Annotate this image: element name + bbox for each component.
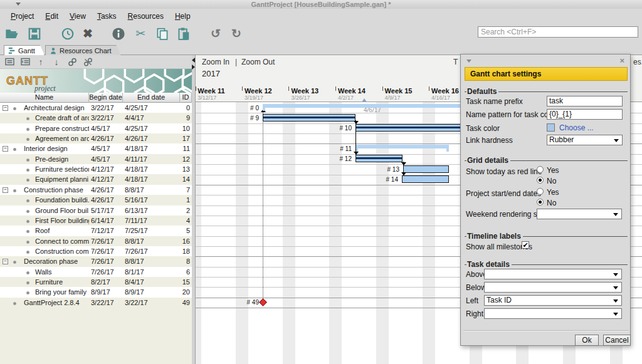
left-dropdown[interactable]: Task ID [484, 295, 622, 306]
table-row[interactable]: Furniture selection4/12/174/18/1713 [0, 164, 192, 175]
ok-button[interactable]: Ok [575, 335, 599, 346]
cut-icon[interactable]: ✂ [132, 26, 149, 42]
table-row[interactable]: Architectural design3/22/174/25/170 [0, 103, 192, 113]
week-label: Week 13 [291, 87, 318, 95]
below-dropdown[interactable] [484, 282, 622, 293]
gantt-bar-task[interactable] [263, 114, 355, 122]
menu-help[interactable]: Help [169, 10, 196, 23]
table-row[interactable]: Interior design4/5/174/18/1711 [0, 143, 192, 154]
gantt-bar-summary[interactable] [263, 104, 492, 108]
name-pattern-for-task-copies-input[interactable]: {0}_{1} [547, 109, 623, 120]
project-start-end-dates-radio-yes[interactable] [537, 188, 544, 195]
table-row[interactable]: Walls7/26/178/1/176 [0, 267, 192, 278]
move-down-icon[interactable]: ↓ [51, 57, 62, 67]
menu-resources[interactable]: Resources [122, 10, 169, 23]
dialog-close-icon[interactable]: × [619, 56, 624, 65]
zoom-in-link[interactable]: Zoom In [202, 58, 229, 66]
collapse-right-icon[interactable] [192, 65, 195, 70]
expander-icon[interactable] [3, 105, 8, 111]
paste-icon[interactable] [176, 26, 192, 42]
table-row[interactable]: Construction com...7/26/177/26/1718 [0, 246, 192, 257]
table-row[interactable]: First Floor building6/14/177/11/174 [0, 216, 192, 226]
save-project-icon[interactable] [26, 26, 43, 42]
show-today-as-red-line-radio-no[interactable] [537, 177, 544, 184]
show-all-milestones-checkbox[interactable] [522, 241, 529, 249]
window-titlebar[interactable]: GanttProject [HouseBuildingSample.gan] * [0, 0, 642, 9]
task-name-prefix-input[interactable]: task [547, 96, 623, 107]
task-properties-icon[interactable] [110, 26, 127, 42]
above-dropdown[interactable] [484, 269, 622, 279]
expander-icon[interactable] [3, 259, 8, 264]
task-name-cell: Furniture selection [35, 165, 89, 173]
column-header-end-date[interactable]: End date [123, 93, 180, 103]
table-row[interactable]: Pre-design4/5/174/11/1712 [0, 154, 192, 165]
table-row[interactable]: GanttProject 2.8.43/22/173/22/1749 [0, 298, 192, 308]
menu-view[interactable]: View [64, 10, 92, 23]
right-dropdown[interactable] [484, 308, 622, 319]
weekend-rendering-style-dropdown[interactable] [537, 209, 622, 219]
cancel-button[interactable]: Cancel [603, 335, 631, 346]
table-row[interactable]: Equipment planni...4/12/174/18/1714 [0, 174, 192, 185]
copy-icon[interactable] [154, 26, 171, 42]
task-bullet-icon [26, 117, 29, 120]
collapse-left-icon[interactable] [192, 58, 195, 63]
project-start-end-dates-radio-no[interactable] [537, 199, 544, 205]
gantt-bar-task[interactable] [403, 165, 449, 173]
table-row[interactable]: Ground Floor buil...5/17/176/13/172 [0, 205, 192, 216]
task-color-swatch[interactable] [547, 123, 555, 132]
gantt-bar-task[interactable] [355, 155, 403, 162]
table-row[interactable]: Construction phase4/26/178/8/177 [0, 185, 192, 195]
task-id-cell: 9 [169, 114, 190, 122]
column-header-id[interactable]: ID [180, 93, 192, 103]
expander-icon[interactable] [3, 146, 8, 152]
field-label-below: Below [466, 283, 487, 292]
menu-project[interactable]: Project [5, 10, 39, 23]
dialog-collapse-icon[interactable] [466, 60, 471, 63]
task-name-cell: Furniture [35, 278, 89, 286]
tab-resources-chart[interactable]: Resources Chart [45, 45, 121, 55]
zoom-out-link[interactable]: Zoom Out [241, 58, 275, 66]
end-date-cell: 5/16/17 [125, 196, 162, 204]
indent-icon[interactable] [19, 57, 31, 67]
week-tick [382, 86, 383, 91]
gantt-bar-label: # 14 [372, 176, 398, 183]
move-up-icon[interactable]: ↑ [35, 57, 46, 67]
gantt-bar-task[interactable] [402, 175, 449, 183]
undo-icon[interactable]: ↺ [208, 26, 224, 42]
table-row[interactable]: Decoration phase7/26/178/8/178 [0, 256, 192, 267]
redo-icon[interactable]: ↻ [228, 26, 245, 42]
weekend-stripe [236, 102, 248, 364]
expander-icon[interactable] [3, 187, 8, 193]
task-bullet-icon [13, 261, 16, 264]
table-row[interactable]: Roof7/12/177/25/175 [0, 226, 192, 236]
unlink-tasks-icon[interactable] [82, 57, 93, 67]
link-tasks-icon[interactable] [66, 57, 78, 67]
tab-label: Resources Chart [60, 47, 112, 55]
table-row[interactable]: Create draft of arc...3/22/174/4/179 [0, 113, 192, 123]
column-header-name[interactable]: Name [0, 93, 89, 103]
field-label-link-hardness: Link hardness [466, 136, 513, 145]
column-header-begin-date[interactable]: Begin date [89, 93, 123, 103]
week-tick [196, 86, 196, 91]
menu-tasks[interactable]: Tasks [92, 10, 122, 23]
table-row[interactable]: Connect to comm...7/26/178/8/1716 [0, 236, 192, 247]
link-hardness-dropdown[interactable]: Rubber [547, 135, 623, 145]
end-date-cell: 4/26/17 [125, 135, 162, 142]
task-id-cell: 12 [169, 155, 190, 163]
unindent-icon[interactable] [4, 57, 15, 67]
milestone-diamond[interactable] [259, 298, 267, 306]
gantt-bar-summary[interactable] [355, 145, 449, 148]
table-row[interactable]: Foundation buildi...4/26/175/16/171 [0, 195, 192, 205]
table-row[interactable]: Furniture8/2/178/4/1715 [0, 277, 192, 288]
open-project-icon[interactable] [4, 26, 20, 42]
table-row[interactable]: Bring your family ...8/9/178/9/1720 [0, 287, 192, 298]
choose-color-link[interactable]: Choose ... [559, 123, 594, 132]
menu-edit[interactable]: Edit [39, 10, 64, 23]
table-row[interactable]: Agreement on arc...4/26/174/26/1717 [0, 133, 192, 144]
show-today-as-red-line-radio-yes[interactable] [537, 166, 544, 173]
schedule-icon[interactable] [60, 26, 76, 42]
delete-task-icon[interactable]: ✖ [80, 26, 96, 42]
table-row[interactable]: Prepare construct...4/5/174/25/1710 [0, 123, 192, 134]
search-input[interactable] [478, 26, 638, 38]
tab-gantt[interactable]: Gantt [4, 45, 45, 55]
